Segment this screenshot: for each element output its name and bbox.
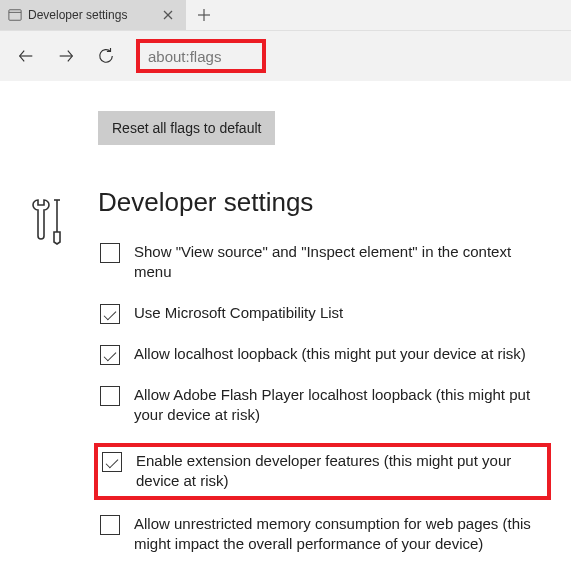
- option-label: Use Microsoft Compatibility List: [134, 303, 347, 323]
- page-title: Developer settings: [98, 187, 551, 218]
- reset-flags-button[interactable]: Reset all flags to default: [98, 111, 275, 145]
- option-label: Allow unrestricted memory consumption fo…: [134, 514, 549, 555]
- option-row: Use Microsoft Compatibility List: [98, 301, 551, 326]
- svg-rect-0: [9, 10, 21, 21]
- close-icon[interactable]: [160, 7, 176, 23]
- wrench-screwdriver-icon: [29, 196, 69, 572]
- section-icon-column: [0, 111, 98, 572]
- option-label: Allow localhost loopback (this might put…: [134, 344, 530, 364]
- checkbox[interactable]: [100, 386, 120, 406]
- new-tab-button[interactable]: [186, 0, 222, 30]
- option-label: Enable extension developer features (thi…: [136, 451, 543, 492]
- page-content: Reset all flags to default Developer set…: [0, 81, 571, 572]
- checkbox[interactable]: [100, 243, 120, 263]
- forward-button[interactable]: [46, 36, 86, 76]
- address-text: about:flags: [148, 48, 221, 65]
- settings-column: Reset all flags to default Developer set…: [98, 111, 571, 572]
- checkbox[interactable]: [100, 304, 120, 324]
- option-label: Allow Adobe Flash Player localhost loopb…: [134, 385, 549, 426]
- back-button[interactable]: [6, 36, 46, 76]
- browser-tab[interactable]: Developer settings: [0, 0, 186, 30]
- checkbox[interactable]: [100, 345, 120, 365]
- option-row: Allow unrestricted memory consumption fo…: [98, 512, 551, 557]
- nav-bar: about:flags: [0, 31, 571, 81]
- address-bar[interactable]: about:flags: [136, 39, 266, 73]
- tab-favicon: [8, 8, 22, 22]
- refresh-button[interactable]: [86, 36, 126, 76]
- checkbox[interactable]: [102, 452, 122, 472]
- checkbox[interactable]: [100, 515, 120, 535]
- option-row: Allow Adobe Flash Player localhost loopb…: [98, 383, 551, 428]
- option-row: Show "View source" and "Inspect element"…: [98, 240, 551, 285]
- tab-title: Developer settings: [28, 8, 154, 22]
- option-row: Enable extension developer features (thi…: [94, 443, 551, 500]
- option-row: Allow localhost loopback (this might put…: [98, 342, 551, 367]
- option-label: Show "View source" and "Inspect element"…: [134, 242, 549, 283]
- tab-bar: Developer settings: [0, 0, 571, 31]
